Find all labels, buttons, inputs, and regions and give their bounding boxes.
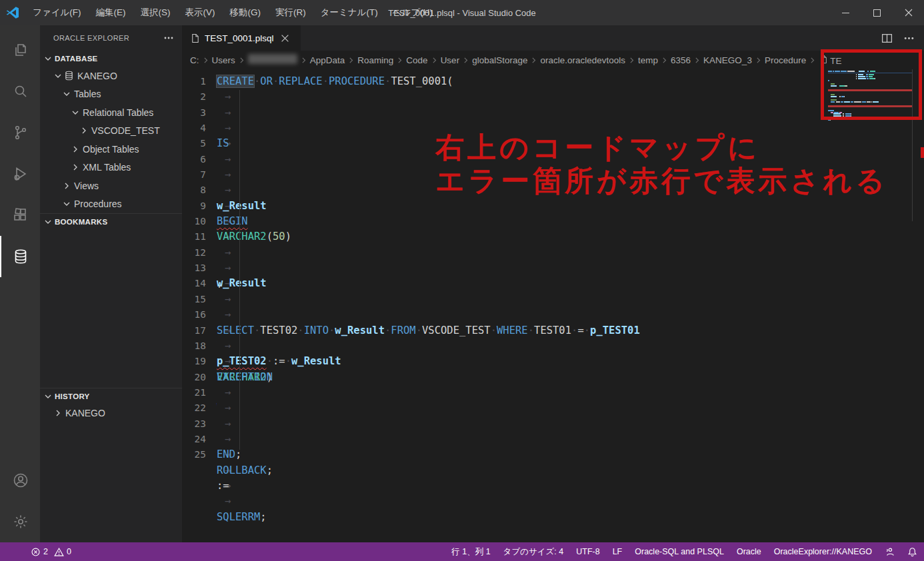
code-line[interactable]: 7→ --·変数部 [182,167,924,183]
source-control-icon[interactable] [0,112,40,153]
split-editor-icon[interactable] [881,33,893,44]
status-item-3[interactable]: LF [613,547,623,556]
section-header-bookmarks[interactable]: BOOKMARKS [40,213,182,229]
code-line[interactable]: 23→ → ErrorBuffer→ :=→ SQLERRM; [182,416,924,432]
breadcrumb-separator-icon [660,56,669,65]
tree-item-relational-tables[interactable]: Relational Tables [40,103,182,122]
menu-bar: ファイル(F)編集(E)選択(S)表示(V)移動(G)実行(R)ターミナル(T)… [25,0,440,25]
breadcrumb-separator-icon [237,56,246,65]
breadcrumb-item[interactable]: C: [190,55,199,65]
status-item-5[interactable]: Oracle [737,547,761,556]
explorer-icon[interactable] [0,29,40,71]
code-editor[interactable]: 1CREATE·OR·REPLACE·PROCEDURE·TEST_0001(→… [182,69,924,542]
database-icon [64,71,74,81]
tree-item-procedures[interactable]: Procedures [40,195,182,214]
breadcrumb-item-redacted[interactable] [248,54,297,66]
code-line[interactable]: 8→ w_Result→ VARCHAR2(50) [182,183,924,198]
breadcrumb-item[interactable]: 6356 [671,55,691,65]
code-line[interactable]: 15→ --·データ抽出 [182,292,924,307]
line-number: 22 [182,400,217,416]
line-number: 10 [182,214,217,229]
code-line[interactable]: 18→ p_TEST02·:=·w_Result [182,338,924,354]
section-header-history[interactable]: HISTORY [40,388,182,404]
indent-guide [239,90,240,450]
search-icon[interactable] [0,71,40,112]
menu-item-4[interactable]: 移動(G) [223,7,269,19]
menu-item-1[interactable]: 編集(E) [89,7,133,19]
breadcrumb-item[interactable]: globalStorage [472,55,527,65]
close-window-button[interactable] [893,0,924,25]
menu-item-6[interactable]: ターミナル(T) [313,7,385,19]
more-actions-icon[interactable] [163,33,174,43]
breadcrumb-item[interactable]: Users [212,55,235,65]
tab-test-0001[interactable]: TEST_0001.plsql [182,25,301,51]
line-number: 23 [182,416,217,432]
tree-item-vscode-test[interactable]: VSCODE_TEST [40,122,182,141]
status-item-2[interactable]: UTF-8 [576,547,599,556]
tree-item-object-tables[interactable]: Object Tables [40,140,182,159]
menu-item-7[interactable]: ヘルプ(H) [385,7,440,19]
breadcrumb-item[interactable]: temp [638,55,658,65]
line-number: 5 [182,136,217,151]
notifications-bell-icon[interactable] [907,547,917,557]
oracle-explorer-icon[interactable] [0,236,40,277]
status-item-0[interactable]: 行 1、列 1 [451,546,490,558]
menu-item-3[interactable]: 表示(V) [178,7,223,19]
breadcrumb-item[interactable]: oracle.oracledevtools [540,55,625,65]
line-number: 6 [182,152,217,167]
close-tab-icon[interactable] [281,34,289,43]
code-line[interactable]: 12→ --·初期化 [182,245,924,261]
menu-item-5[interactable]: 実行(R) [268,7,313,19]
breadcrumb-separator-icon [395,56,404,65]
code-line[interactable]: 3→ → → → → → → → → → ,→ ReturnCode→OUT→N… [182,105,924,121]
settings-gear-icon[interactable] [0,501,40,542]
code-line[interactable]: 24→ → ROLLBACK; [182,432,924,447]
tree-item-kanego[interactable]: KANEGO [40,67,182,85]
code-line[interactable]: 4→ → → → → → → → → → ,→ ErrorBuffer→OUT→… [182,121,924,136]
menu-item-2[interactable]: 選択(S) [133,7,178,19]
breadcrumb-item[interactable]: KANEGO_3 [703,55,752,65]
breadcrumb-separator-icon [201,56,210,65]
minimize-button[interactable] [830,0,861,25]
section-header-database[interactable]: DATABASE [40,51,182,67]
code-line[interactable]: 21→ WHEN·OTHERS·THEN [182,385,924,400]
breadcrumb-item[interactable]: Roaming [357,55,393,65]
code-line[interactable]: 2→ → → → → → → → → → ,→ p_TEST02→ OUT→VA… [182,89,924,105]
title-bar: ファイル(F)編集(E)選択(S)表示(V)移動(G)実行(R)ターミナル(T)… [0,0,924,25]
file-icon [190,33,200,43]
line-number: 8 [182,183,217,198]
tree-item-views[interactable]: Views [40,177,182,195]
problems-indicator[interactable]: 2 0 [31,547,71,557]
breadcrumb-separator-icon [430,56,439,65]
code-line[interactable]: 13→ w_Result→ :=·NULL; [182,261,924,276]
maximize-button[interactable] [861,0,893,25]
minimap[interactable] [828,71,912,121]
line-number: 16 [182,307,217,322]
tree-item-tables[interactable]: Tables [40,85,182,104]
line-number: 4 [182,121,217,136]
warning-count: 0 [67,547,71,556]
extensions-icon[interactable] [0,195,40,236]
tree-item-xml-tables[interactable]: XML Tables [40,159,182,177]
menu-item-0[interactable]: ファイル(F) [25,7,89,19]
breadcrumb-item[interactable]: Procedure [765,55,806,65]
breadcrumb-item[interactable]: Code [406,55,427,65]
breadcrumb-item[interactable]: AppData [310,55,345,65]
status-item-1[interactable]: タブのサイズ: 4 [503,546,564,558]
account-icon[interactable] [0,460,40,501]
breadcrumb-separator-icon [693,56,701,65]
activity-bar [0,25,40,542]
editor-more-actions-icon[interactable] [903,33,915,44]
line-number: 9 [182,199,217,214]
breadcrumb-item[interactable]: TE [819,55,841,66]
code-line[interactable]: 22→ → ReturnCode→ :=→ SQLCODE; [182,400,924,416]
status-item-4[interactable]: Oracle-SQL and PLSQL [635,547,724,556]
tree-item-kanego[interactable]: KANEGO [40,404,182,422]
run-debug-icon[interactable] [0,153,40,195]
line-number: 21 [182,385,217,400]
breadcrumb-item[interactable]: User [441,55,460,65]
code-line[interactable]: 16→ SELECT·TEST02·INTO·w_Result·FROM·VSC… [182,307,924,322]
status-item-6[interactable]: OracleExplorer://KANEGO [774,547,872,556]
code-line[interactable]: 1CREATE·OR·REPLACE·PROCEDURE·TEST_0001(→… [182,74,924,89]
feedback-icon[interactable] [885,547,895,557]
